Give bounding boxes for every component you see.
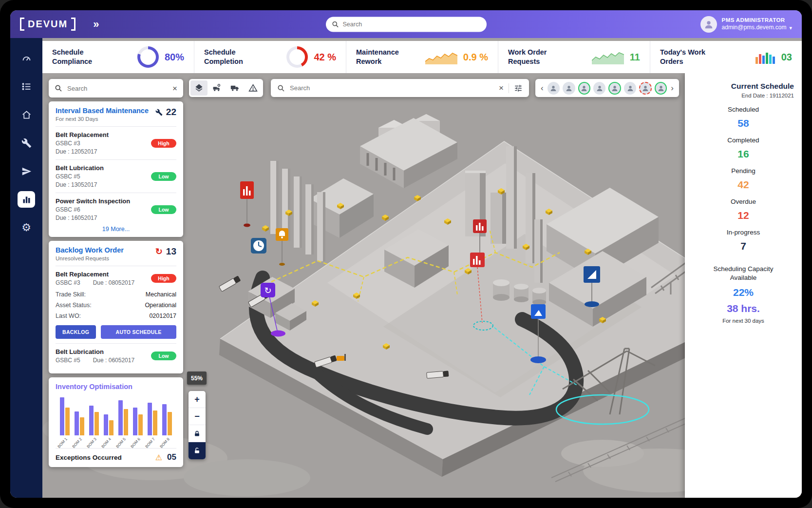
stat-value: 7 — [693, 240, 794, 252]
lock-button[interactable] — [189, 425, 206, 442]
exceptions-row[interactable]: Exceptions Occurred ⚠ 05 — [56, 448, 176, 462]
field-label: Last WO: — [56, 311, 81, 321]
field-row: Asset Status: Operational — [56, 300, 176, 311]
close-icon[interactable]: × — [499, 84, 504, 92]
auto-schedule-button[interactable]: AUTO SCHEDULE — [101, 325, 176, 339]
inventory-bar-group — [101, 395, 116, 435]
today-mini-bars — [755, 50, 775, 64]
inventory-bar-series2 — [138, 414, 143, 435]
work-order-item[interactable]: Belt Replacement GSBC #3 Due : 12052017 … — [56, 131, 176, 155]
kpi-maintenance-rework: Maintenance Rework 0.9 % — [346, 41, 498, 73]
inventory-bar-series2 — [109, 420, 113, 435]
map-search[interactable]: × — [271, 79, 529, 97]
crew-avatar[interactable] — [578, 82, 590, 95]
close-icon[interactable]: × — [172, 84, 177, 93]
priority-badge: Low — [151, 172, 176, 181]
crew-avatar[interactable] — [655, 82, 667, 95]
history-icon: ↻ — [155, 247, 163, 256]
more-link[interactable]: 19 More... — [56, 226, 176, 233]
search-icon — [332, 20, 339, 28]
logo-bracket-right — [71, 18, 76, 31]
bar-chart-icon — [21, 195, 32, 205]
rail-item-dashboard[interactable] — [18, 50, 35, 66]
send-icon — [21, 166, 32, 176]
rail-item-home[interactable] — [18, 106, 35, 123]
rail-item-dispatch[interactable] — [18, 163, 35, 179]
unlock-button[interactable] — [189, 442, 206, 459]
wrench-icon — [155, 109, 163, 116]
inventory-bar-series1 — [75, 411, 79, 435]
layers-icon — [194, 83, 204, 93]
chevron-left-icon[interactable]: ‹ — [540, 83, 545, 93]
work-order-item[interactable]: Belt Lubrication GSBC #5 Due : 13052017 … — [56, 164, 176, 188]
rail-item-settings[interactable]: ⚙ — [18, 219, 35, 236]
rail-item-worklist[interactable] — [18, 78, 35, 95]
inventory-card-title[interactable]: Inventory Optimisation — [56, 383, 176, 391]
inventory-bar-group — [116, 395, 131, 435]
filter-icon[interactable] — [514, 84, 523, 93]
zoom-out-button[interactable]: − — [189, 408, 206, 425]
panel-search[interactable]: × — [49, 79, 183, 98]
priority-badge: Low — [151, 352, 176, 360]
alerts-tool[interactable] — [245, 80, 262, 96]
user-menu[interactable]: PMS ADMINISTRATOR admin@pms.devem.com ▾ — [700, 16, 792, 33]
backlog-button[interactable]: BACKLOG — [56, 325, 96, 339]
interval-card-title[interactable]: Interval Based Maintenance — [56, 107, 149, 115]
layers-tool[interactable] — [190, 80, 208, 96]
inventory-bar-series2 — [65, 408, 70, 435]
zoom-level-badge: 55% — [187, 371, 207, 385]
user-avatar — [700, 16, 717, 33]
map-tools — [189, 79, 263, 97]
backlog-card: Backlog Work Order Unresolved Requests ↻… — [49, 241, 183, 373]
inventory-bar-series2 — [168, 412, 172, 435]
list-icon — [21, 81, 32, 92]
stat-value: 12 — [693, 210, 794, 221]
schedule-end-date: End Date : 19112021 — [693, 93, 794, 98]
crew-avatar[interactable] — [624, 82, 636, 95]
device-frame: DEVUM » PMS ADMINISTRATOR admin@pms.deve… — [0, 0, 812, 508]
work-order-asset: GSBC #5 — [56, 357, 80, 364]
panel-search-input[interactable] — [67, 85, 168, 92]
inventory-chart-labels: BOM 1BOM 2BOM 3BOM 4BOM 5BOM 6BOM 7BOM 8 — [56, 435, 176, 446]
stat-label: Pending — [693, 167, 794, 175]
gauge-icon — [21, 53, 32, 63]
chevron-right-icon[interactable]: › — [670, 83, 675, 93]
map-viewport[interactable]: ↻ — [42, 73, 802, 498]
kpi-value: 0.9 % — [463, 52, 488, 63]
inventory-bar-series2 — [80, 417, 84, 435]
interval-maintenance-card: Interval Based Maintenance For next 30 D… — [49, 101, 183, 237]
map-search-input[interactable] — [290, 84, 494, 92]
backlog-card-title[interactable]: Backlog Work Order — [56, 246, 124, 254]
field-label: Asset Status: — [56, 300, 92, 311]
kpi-label: Work Order Requests — [508, 48, 563, 66]
vehicle-settings-tool[interactable] — [208, 80, 226, 96]
work-order-item[interactable]: Belt Replacement GSBC #3 Due : 08052017 … — [56, 271, 176, 286]
map-marker-clock[interactable] — [251, 238, 266, 254]
zoom-in-button[interactable]: + — [189, 391, 206, 408]
work-order-name: Belt Replacement — [56, 271, 134, 278]
global-search-input[interactable] — [343, 21, 481, 28]
work-order-item[interactable]: Belt Lubrication GSBC #5 Due : 06052017 … — [56, 348, 176, 364]
sidebar-expand-icon[interactable]: » — [93, 19, 99, 30]
crew-avatar[interactable] — [593, 82, 605, 95]
work-order-item[interactable]: Power Switch Inspection GSBC #6 Due : 16… — [56, 197, 176, 221]
kpi-strip: Schedule Compliance 80% Schedule Complet… — [42, 41, 802, 73]
alert-triangle-icon — [248, 83, 258, 93]
search-icon — [277, 84, 285, 92]
capacity-hours: 38 hrs. — [693, 303, 794, 314]
field-value: Operational — [145, 300, 176, 311]
gear-icon: ⚙ — [21, 222, 31, 233]
crew-avatar[interactable] — [608, 82, 621, 95]
priority-badge: Low — [151, 205, 176, 214]
crew-avatar[interactable] — [639, 82, 651, 95]
completion-donut — [286, 46, 308, 68]
stat-label: Scheduled — [693, 106, 794, 113]
rail-item-analytics[interactable] — [18, 191, 35, 208]
crew-avatar[interactable] — [563, 82, 575, 95]
crew-avatar[interactable] — [548, 82, 560, 95]
stat-overdue: Overdue 12 — [693, 198, 794, 221]
global-search[interactable] — [326, 17, 487, 32]
rail-item-maintenance[interactable] — [18, 135, 35, 151]
chevron-down-icon[interactable]: ▾ — [789, 24, 792, 31]
truck-tool[interactable] — [227, 80, 244, 96]
